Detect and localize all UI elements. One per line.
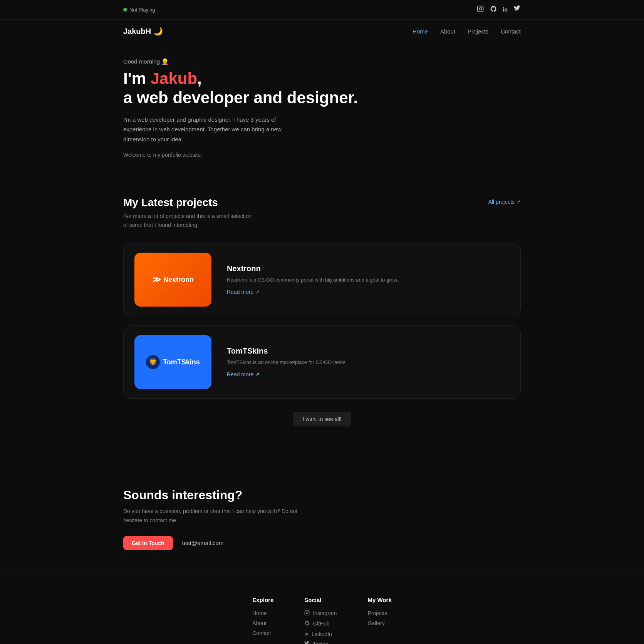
welcome-text: Welcome to my portfolio website. [123, 152, 521, 158]
tomtskins-label: TomTSkins [163, 358, 200, 366]
twitter-icon[interactable] [514, 5, 521, 14]
footer-my-work: My Work Projects Gallery [368, 597, 392, 644]
footer-explore-heading: Explore [252, 597, 273, 603]
nextronn-label: Nextronn [163, 276, 194, 284]
now-playing: Not Playing [123, 7, 155, 13]
nextronn-read-more[interactable]: Read more ↗ [227, 289, 510, 295]
footer-social-heading: Social [304, 597, 337, 603]
footer-twitter[interactable]: Twitter [304, 641, 337, 644]
nav-home[interactable]: Home [413, 28, 428, 35]
footer-linkedin-label: LinkedIn [312, 631, 332, 637]
footer-social: Social Instagram GitHub in LinkedIn [304, 597, 337, 644]
nav: Home About Projects Contact [413, 28, 521, 35]
tomtskins-image: 🦁 TomTSkins [134, 335, 211, 389]
footer-projects-link[interactable]: Projects [368, 610, 392, 616]
footer-gallery-link[interactable]: Gallery [368, 620, 392, 626]
nextronn-info: Nextronn Nextronn is a CS:GO community p… [227, 264, 510, 295]
footer-instagram[interactable]: Instagram [304, 610, 337, 617]
top-bar: Not Playing in [0, 0, 644, 20]
tomtskins-read-more[interactable]: Read more ↗ [227, 371, 510, 377]
now-playing-label: Not Playing [129, 7, 155, 13]
projects-section: My Latest projects I've made a lot of pr… [0, 181, 644, 465]
footer-github[interactable]: GitHub [304, 621, 337, 627]
tomtskins-card: TomTSkins TomTSkins is an online marketp… [123, 325, 521, 399]
tomtskins-lion: 🦁 [146, 355, 160, 369]
footer-twitter-icon [304, 641, 310, 644]
svg-point-5 [308, 611, 309, 612]
get-in-touch-button[interactable]: Get In Touch [123, 536, 173, 550]
svg-point-4 [306, 612, 308, 614]
projects-title: My Latest projects [123, 196, 254, 209]
hero-title: I'm Jakub, a web developer and designer. [123, 69, 521, 108]
contact-desc: Do you have a question, problem or idea … [123, 507, 316, 525]
nav-about[interactable]: About [440, 28, 455, 35]
nextronn-chevrons: ≫ [152, 275, 161, 285]
hero-section: Good morning 👷 I'm Jakub, a web develope… [0, 43, 644, 181]
nextronn-image: ≫ Nextronn [134, 253, 211, 307]
footer-twitter-label: Twitter [313, 641, 329, 644]
contact-row: Get In Touch test@email.com [123, 536, 521, 550]
hero-name: Jakub [151, 69, 197, 87]
projects-header: My Latest projects I've made a lot of pr… [123, 196, 521, 229]
tomtskins-info: TomTSkins TomTSkins is an online marketp… [227, 347, 510, 377]
playing-dot [123, 8, 127, 12]
see-all-button[interactable]: I want to see all! [293, 412, 351, 426]
instagram-icon[interactable] [477, 5, 484, 14]
footer-grid: Explore Home About Contact Social Instag… [123, 597, 521, 644]
svg-rect-0 [477, 6, 483, 12]
tomtskins-name: TomTSkins [227, 347, 510, 356]
footer-explore: Explore Home About Contact [252, 597, 273, 644]
github-icon[interactable] [490, 5, 497, 14]
projects-header-left: My Latest projects I've made a lot of pr… [123, 196, 254, 229]
footer-explore-contact[interactable]: Contact [252, 630, 273, 636]
contact-section: Sounds interesting? Do you have a questi… [0, 465, 644, 573]
logo: JakubH 🌙 [123, 27, 163, 36]
header: JakubH 🌙 Home About Projects Contact [0, 20, 644, 43]
nextronn-desc: Nextronn is a CS:GO community portal wit… [227, 276, 510, 284]
svg-rect-3 [305, 610, 309, 615]
svg-point-1 [479, 8, 481, 10]
nav-projects[interactable]: Projects [468, 28, 488, 35]
tomtskins-desc: TomTSkins is an online marketplace for C… [227, 359, 510, 367]
nextronn-name: Nextronn [227, 264, 510, 273]
footer-explore-about[interactable]: About [252, 620, 273, 626]
social-icons: in [477, 5, 521, 14]
footer: Explore Home About Contact Social Instag… [0, 573, 644, 644]
svg-point-2 [481, 7, 482, 8]
footer-linkedin[interactable]: in LinkedIn [304, 631, 337, 637]
footer-instagram-icon [304, 610, 310, 617]
hero-title-suffix: , [197, 69, 202, 87]
footer-my-work-heading: My Work [368, 597, 392, 603]
footer-explore-home[interactable]: Home [252, 610, 273, 616]
all-projects-link[interactable]: All projects ↗ [488, 199, 521, 205]
nav-contact[interactable]: Contact [501, 28, 521, 35]
footer-github-icon [304, 621, 310, 627]
nextronn-card: ≫ Nextronn Nextronn Nextronn is a CS:GO … [123, 243, 521, 316]
footer-linkedin-icon: in [304, 631, 309, 637]
hero-description: I'm a web developer and graphic designer… [123, 115, 285, 144]
projects-desc: I've made a lot of projects and this is … [123, 212, 254, 229]
hero-subtitle-line: a web developer and designer. [123, 89, 358, 107]
contact-email: test@email.com [182, 540, 224, 546]
contact-title: Sounds interesting? [123, 488, 521, 502]
hero-title-prefix: I'm [123, 69, 151, 87]
footer-github-label: GitHub [313, 621, 330, 627]
greeting: Good morning 👷 [123, 58, 521, 65]
nextronn-logo: ≫ Nextronn [152, 275, 194, 285]
linkedin-icon[interactable]: in [503, 7, 508, 13]
footer-instagram-label: Instagram [313, 610, 337, 616]
